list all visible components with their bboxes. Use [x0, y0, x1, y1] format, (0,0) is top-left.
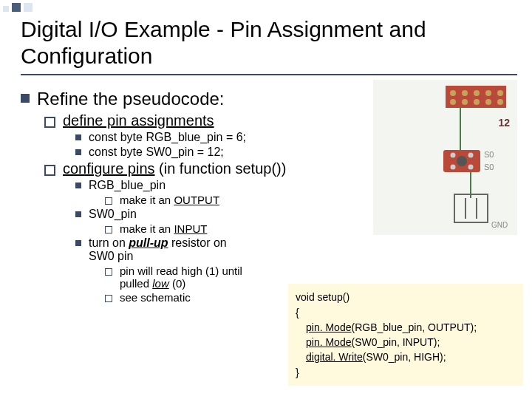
pin-name: RGB_blue_pin	[89, 179, 166, 192]
bullet-marker	[105, 226, 112, 233]
svg-point-10	[485, 99, 491, 105]
section-define-pins: define pin assignments	[44, 112, 310, 129]
plain-text: (RGB_blue_pin, OUTPUT);	[351, 321, 477, 333]
code-line: pin. Mode(SW0_pin, INPUT);	[296, 335, 516, 349]
bullet-marker	[44, 165, 55, 176]
plain-text: turn on	[89, 236, 129, 249]
code-line: const byte SW0_pin = 12;	[75, 146, 310, 159]
svg-point-16	[451, 165, 456, 170]
schematic-image: S0 S0 GND	[373, 80, 517, 235]
code-line: const byte RGB_blue_pin = 6;	[75, 131, 310, 144]
heading-bullet: Refine the pseudocode:	[21, 89, 310, 109]
bullet-marker	[21, 94, 30, 103]
bullet-marker	[75, 240, 81, 246]
plain-text: (in function setup())	[155, 160, 287, 177]
svg-point-7	[450, 99, 456, 105]
svg-point-2	[450, 90, 456, 96]
heading-text: Refine the pseudocode:	[37, 89, 225, 109]
config-text: make it an OUTPUT	[120, 194, 219, 206]
underline-text: pin. Mode	[306, 336, 351, 348]
bullet-marker	[75, 149, 81, 155]
plain-text: make it an	[120, 194, 174, 206]
pin-item: RGB_blue_pin	[75, 179, 310, 192]
svg-point-14	[451, 153, 456, 158]
code-line: digital. Write(SW0_pin, HIGH);	[296, 349, 516, 364]
svg-point-5	[485, 90, 491, 96]
svg-point-9	[474, 99, 480, 105]
svg-point-15	[468, 153, 474, 158]
corner-decoration	[3, 3, 33, 12]
section-label: define pin assignments	[63, 112, 214, 129]
svg-text:S0: S0	[484, 163, 494, 171]
svg-point-3	[462, 90, 468, 96]
underline-text: configure pins	[63, 160, 155, 177]
slide-content: Refine the pseudocode: define pin assign…	[21, 89, 310, 305]
pin-item: SW0_pin	[75, 208, 310, 221]
code-text: const byte SW0_pin = 12;	[89, 146, 224, 159]
bullet-marker	[105, 197, 112, 205]
svg-text:S0: S0	[484, 150, 494, 159]
bold-text: pull-up	[129, 236, 168, 249]
underline-text: OUTPUT	[174, 194, 219, 206]
pin-label-12: 12	[498, 117, 510, 129]
svg-point-8	[462, 99, 468, 105]
decor-square	[12, 3, 21, 12]
pullup-sub: pin will read high (1) until pulled low …	[105, 265, 310, 290]
svg-point-18	[457, 156, 467, 166]
plain-text: make it an	[120, 222, 174, 235]
code-line: {	[296, 305, 516, 320]
plain-text: (SW0_pin, HIGH);	[363, 351, 446, 363]
sub-text: see schematic	[120, 291, 191, 304]
pullup-text: turn on pull-up resistor on SW0 pin	[89, 236, 251, 263]
svg-point-11	[497, 99, 503, 105]
decor-square	[24, 3, 33, 12]
plain-text: (SW0_pin, INPUT);	[351, 336, 440, 348]
svg-point-17	[468, 165, 474, 170]
svg-text:GND: GND	[491, 221, 508, 229]
svg-point-6	[497, 90, 503, 96]
bullet-marker	[75, 211, 81, 217]
code-line: void setup()	[296, 290, 516, 304]
pullup-item: turn on pull-up resistor on SW0 pin	[75, 236, 310, 263]
bullet-marker	[105, 268, 112, 276]
underline-text: digital. Write	[306, 351, 363, 363]
code-line: }	[296, 365, 516, 380]
underline-text: pin. Mode	[306, 321, 351, 333]
bullet-marker	[44, 117, 55, 128]
plain-text: (0)	[169, 277, 186, 290]
code-text: const byte RGB_blue_pin = 6;	[89, 131, 246, 144]
pin-config: make it an OUTPUT	[105, 194, 310, 206]
section-configure-pins: configure pins (in function setup())	[44, 160, 310, 177]
section-label: configure pins (in function setup())	[63, 160, 286, 177]
code-line: pin. Mode(RGB_blue_pin, OUTPUT);	[296, 320, 516, 335]
slide-title: Digital I/O Example - Pin Assignment and…	[21, 16, 517, 75]
bullet-marker	[75, 134, 81, 140]
svg-point-4	[474, 90, 480, 96]
config-text: make it an INPUT	[120, 222, 207, 235]
decor-square	[3, 6, 9, 12]
pullup-sub: see schematic	[105, 291, 310, 304]
underline-text: INPUT	[174, 222, 207, 235]
bullet-marker	[105, 295, 112, 302]
sub-text: pin will read high (1) until pulled low …	[120, 265, 253, 290]
pin-config: make it an INPUT	[105, 222, 310, 235]
code-box: void setup() { pin. Mode(RGB_blue_pin, O…	[288, 284, 523, 386]
underline-text: low	[152, 277, 169, 290]
pin-name: SW0_pin	[89, 208, 137, 221]
bullet-marker	[75, 183, 81, 188]
